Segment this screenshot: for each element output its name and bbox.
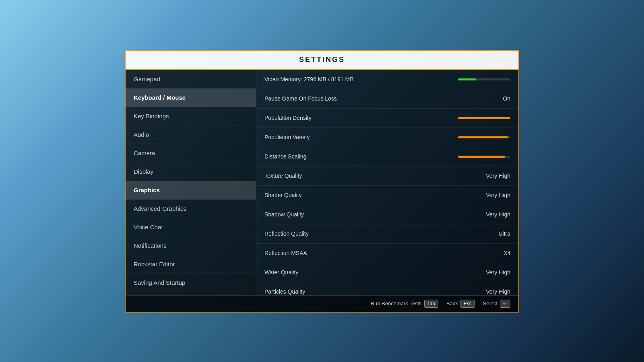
- row-reflection-quality: Reflection Quality Ultra: [256, 224, 518, 244]
- value-shadow-quality: Very High: [486, 211, 510, 218]
- sidebar-item-key-bindings[interactable]: Key Bindings: [126, 107, 256, 125]
- slider-fill-population-density: [458, 117, 510, 119]
- label-population-density: Population Density: [264, 115, 312, 121]
- sidebar-item-camera[interactable]: Camera: [126, 144, 256, 162]
- value-pause-game: On: [503, 95, 510, 102]
- select-key: ↵: [500, 300, 510, 308]
- value-particles-quality: Very High: [486, 288, 510, 295]
- sidebar-item-saving-startup[interactable]: Saving And Startup: [126, 274, 256, 292]
- value-shader-quality: Very High: [486, 192, 510, 198]
- row-particles-quality: Particles Quality Very High: [256, 282, 518, 295]
- select-label: Select: [483, 300, 497, 306]
- row-shadow-quality: Shadow Quality Very High: [256, 205, 518, 224]
- label-reflection-quality: Reflection Quality: [264, 230, 309, 237]
- run-benchmark-key: Tab: [424, 300, 438, 308]
- slider-distance-scaling[interactable]: [458, 156, 510, 158]
- run-benchmark-label: Run Benchmark Tests: [371, 300, 422, 306]
- value-texture-quality: Very High: [486, 173, 510, 179]
- sidebar-item-notifications[interactable]: Notifications: [126, 237, 256, 255]
- settings-container: SETTINGS Gamepad Keyboard / Mouse Key Bi…: [0, 0, 644, 362]
- sidebar: Gamepad Keyboard / Mouse Key Bindings Au…: [126, 70, 256, 295]
- row-distance-scaling: Distance Scaling: [256, 147, 518, 167]
- slider-population-variety[interactable]: [458, 136, 510, 138]
- row-population-variety: Population Variety: [256, 128, 518, 147]
- row-pause-game: Pause Game On Focus Loss On: [256, 89, 518, 109]
- slider-fill-video-memory: [458, 78, 476, 80]
- label-pause-game: Pause Game On Focus Loss: [264, 95, 337, 102]
- slider-population-density[interactable]: [458, 117, 510, 119]
- value-reflection-quality: Ultra: [498, 230, 510, 237]
- value-water-quality: Very High: [486, 269, 510, 276]
- row-video-memory: Video Memory: 2796 MB / 8191 MB: [256, 70, 518, 89]
- label-particles-quality: Particles Quality: [264, 288, 305, 295]
- label-shader-quality: Shader Quality: [264, 192, 302, 198]
- run-benchmark-button[interactable]: Run Benchmark Tests Tab: [371, 300, 438, 308]
- sidebar-item-rockstar-editor[interactable]: Rockstar Editor: [126, 255, 256, 274]
- slider-fill-distance-scaling: [458, 156, 505, 158]
- label-shadow-quality: Shadow Quality: [264, 211, 304, 218]
- value-reflection-msaa: X4: [504, 250, 510, 256]
- sidebar-item-advanced-graphics[interactable]: Advanced Graphics: [126, 200, 256, 218]
- row-texture-quality: Texture Quality Very High: [256, 167, 518, 186]
- sidebar-item-graphics[interactable]: Graphics: [126, 181, 256, 200]
- slider-video-memory[interactable]: [458, 78, 510, 80]
- label-video-memory: Video Memory: 2796 MB / 8191 MB: [264, 76, 354, 82]
- back-key: Esc: [460, 300, 475, 308]
- back-label: Back: [446, 300, 458, 306]
- bottom-bar: Run Benchmark Tests Tab Back Esc Select …: [126, 295, 518, 312]
- label-population-variety: Population Variety: [264, 134, 310, 140]
- sidebar-item-audio[interactable]: Audio: [126, 125, 256, 144]
- sidebar-item-voice-chat[interactable]: Voice Chat: [126, 218, 256, 237]
- settings-body: Gamepad Keyboard / Mouse Key Bindings Au…: [126, 70, 518, 295]
- label-reflection-msaa: Reflection MSAA: [264, 250, 307, 256]
- label-texture-quality: Texture Quality: [264, 173, 302, 179]
- select-button[interactable]: Select ↵: [483, 300, 510, 308]
- label-water-quality: Water Quality: [264, 269, 298, 276]
- settings-panel: SETTINGS Gamepad Keyboard / Mouse Key Bi…: [125, 50, 519, 313]
- back-button[interactable]: Back Esc: [446, 300, 475, 308]
- row-shader-quality: Shader Quality Very High: [256, 186, 518, 205]
- label-distance-scaling: Distance Scaling: [264, 153, 306, 160]
- row-population-density: Population Density: [256, 109, 518, 128]
- row-water-quality: Water Quality Very High: [256, 263, 518, 282]
- row-reflection-msaa: Reflection MSAA X4: [256, 244, 518, 263]
- sidebar-item-gamepad[interactable]: Gamepad: [126, 70, 256, 88]
- settings-title: SETTINGS: [126, 51, 518, 70]
- slider-fill-population-variety: [458, 136, 508, 138]
- content-panel: Video Memory: 2796 MB / 8191 MB Pause Ga…: [256, 70, 518, 295]
- sidebar-item-keyboard-mouse[interactable]: Keyboard / Mouse: [126, 88, 256, 107]
- sidebar-item-display[interactable]: Display: [126, 162, 256, 181]
